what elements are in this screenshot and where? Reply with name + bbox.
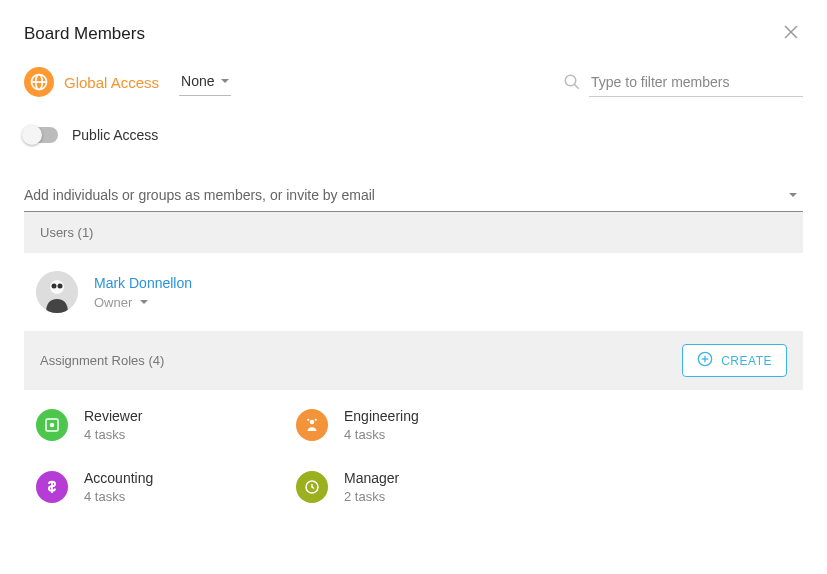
role-tasks: 2 tasks <box>344 489 399 504</box>
chevron-down-icon <box>221 79 229 83</box>
svg-line-6 <box>574 84 579 89</box>
add-members-input[interactable]: Add individuals or groups as members, or… <box>24 179 803 212</box>
user-row: Mark Donnellon Owner <box>24 253 803 331</box>
role-icon <box>36 471 68 503</box>
role-name: Engineering <box>344 408 419 424</box>
role-icon <box>36 409 68 441</box>
svg-point-9 <box>52 284 57 289</box>
global-access-select[interactable]: None <box>179 69 230 96</box>
svg-point-16 <box>310 420 315 425</box>
plus-circle-icon <box>697 351 713 370</box>
search-input[interactable] <box>589 68 803 97</box>
role-tasks: 4 tasks <box>84 427 142 442</box>
roles-section-header: Assignment Roles (4) CREATE <box>24 331 803 390</box>
avatar <box>36 271 78 313</box>
search-icon <box>563 73 581 91</box>
user-role-label: Owner <box>94 295 132 310</box>
roles-section-label: Assignment Roles (4) <box>40 353 164 368</box>
role-name: Reviewer <box>84 408 142 424</box>
public-access-toggle[interactable] <box>24 127 58 143</box>
page-title: Board Members <box>24 24 145 44</box>
svg-point-17 <box>307 419 309 421</box>
svg-point-10 <box>58 284 63 289</box>
svg-point-5 <box>565 75 576 86</box>
public-access-label: Public Access <box>72 127 158 143</box>
role-item[interactable]: Reviewer4 tasks <box>36 408 296 442</box>
globe-icon <box>24 67 54 97</box>
role-tasks: 4 tasks <box>344 427 419 442</box>
global-access: Global Access <box>24 67 159 97</box>
users-section-header: Users (1) <box>24 212 803 253</box>
global-access-label: Global Access <box>64 74 159 91</box>
global-access-value: None <box>181 73 214 89</box>
user-name-link[interactable]: Mark Donnellon <box>94 275 192 291</box>
role-item[interactable]: Accounting4 tasks <box>36 470 296 504</box>
svg-point-15 <box>51 424 54 427</box>
close-button[interactable] <box>779 20 803 47</box>
role-name: Manager <box>344 470 399 486</box>
chevron-down-icon <box>789 193 797 197</box>
role-item[interactable]: Engineering4 tasks <box>296 408 556 442</box>
chevron-down-icon <box>140 300 148 304</box>
svg-point-18 <box>315 419 317 421</box>
users-section-label: Users (1) <box>40 225 93 240</box>
create-role-button[interactable]: CREATE <box>682 344 787 377</box>
role-icon <box>296 409 328 441</box>
role-tasks: 4 tasks <box>84 489 153 504</box>
role-icon <box>296 471 328 503</box>
create-button-label: CREATE <box>721 354 772 368</box>
close-icon <box>783 24 799 43</box>
role-item[interactable]: Manager2 tasks <box>296 470 556 504</box>
add-members-placeholder: Add individuals or groups as members, or… <box>24 187 375 203</box>
user-role-select[interactable]: Owner <box>94 295 192 310</box>
role-name: Accounting <box>84 470 153 486</box>
